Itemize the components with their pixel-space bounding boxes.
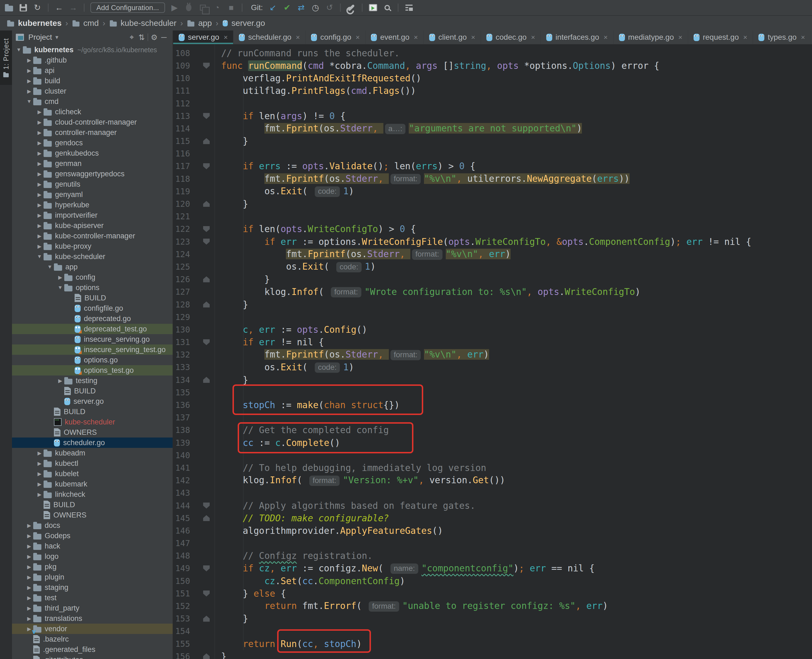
breadcrumb-item-cmd[interactable]: cmd: [72, 19, 99, 28]
fold-start-icon[interactable]: [203, 565, 210, 571]
tree-item-third_party[interactable]: ▶third_party: [12, 603, 173, 613]
collapse-arrow-icon[interactable]: ▼: [25, 98, 33, 104]
tree-item-configfile-go[interactable]: configfile.go: [12, 303, 173, 314]
code-line-115[interactable]: 115 }: [173, 135, 812, 147]
fold-start-icon[interactable]: [203, 163, 210, 169]
tree-item-kubectl[interactable]: ▶kubectl: [12, 458, 173, 468]
expand-arrow-icon[interactable]: ▶: [25, 57, 33, 63]
code-line-121[interactable]: 121: [173, 210, 812, 223]
expand-arrow-icon[interactable]: ▶: [25, 68, 33, 74]
expand-arrow-icon[interactable]: ▶: [56, 378, 64, 384]
tree-item--gitattributes[interactable]: .gitattributes: [12, 655, 173, 659]
tab-request-go[interactable]: request.go×: [688, 30, 753, 44]
hide-panel-icon[interactable]: ─: [159, 33, 169, 42]
tree-item-Godeps[interactable]: ▶Godeps: [12, 531, 173, 541]
code-line-156[interactable]: 156}: [173, 650, 812, 659]
stop-icon[interactable]: ■: [227, 3, 236, 12]
expand-arrow-icon[interactable]: ▶: [35, 171, 44, 177]
collapse-arrow-icon[interactable]: ▼: [46, 264, 54, 270]
fold-start-icon[interactable]: [203, 113, 210, 119]
tab-codec-go[interactable]: codec.go×: [481, 30, 541, 44]
tree-item-kubelet[interactable]: ▶kubelet: [12, 468, 173, 479]
collapse-arrow-icon[interactable]: ▼: [35, 254, 44, 260]
code-line-133[interactable]: 133 os.Exit( code:1): [173, 361, 812, 374]
tree-item-OWNERS[interactable]: OWNERS: [12, 510, 173, 520]
save-all-icon[interactable]: [19, 4, 28, 11]
debug-icon[interactable]: [184, 4, 193, 11]
fold-start-icon[interactable]: [203, 239, 210, 244]
close-icon[interactable]: ×: [224, 33, 227, 42]
expand-arrow-icon[interactable]: ▶: [25, 615, 33, 622]
structure-view-icon[interactable]: [404, 5, 414, 11]
open-folder-icon[interactable]: [4, 4, 14, 11]
close-icon[interactable]: ×: [414, 33, 418, 42]
code-line-125[interactable]: 125 os.Exit( code:1): [173, 260, 812, 273]
fold-start-icon[interactable]: [203, 503, 210, 509]
tree-item-deprecated-go[interactable]: deprecated.go: [12, 314, 173, 324]
close-icon[interactable]: ×: [801, 33, 805, 42]
tree-item-docs[interactable]: ▶docs: [12, 520, 173, 531]
expand-arrow-icon[interactable]: ▶: [25, 543, 33, 549]
tree-item-build[interactable]: ▶build: [12, 76, 173, 86]
tree-item-translations[interactable]: ▶translations: [12, 613, 173, 624]
code-line-144[interactable]: 144 // Apply algorithms based on feature…: [173, 499, 812, 512]
tab-scheduler-go[interactable]: scheduler.go×: [233, 30, 305, 44]
vcs-push-icon[interactable]: ⇄: [297, 3, 306, 12]
code-line-128[interactable]: 128 }: [173, 298, 812, 311]
code-line-114[interactable]: 114 fmt.Fprint(os.Stderr, a…:"arguments …: [173, 122, 812, 135]
code-line-124[interactable]: 124 fmt.Fprintf(os.Stderr, format:"%v\n"…: [173, 248, 812, 260]
code-line-137[interactable]: 137: [173, 411, 812, 424]
fold-end-icon[interactable]: [203, 616, 210, 622]
tree-item-genyaml[interactable]: ▶genyaml: [12, 189, 173, 200]
expand-arrow-icon[interactable]: ▶: [25, 522, 33, 529]
tab-interfaces-go[interactable]: interfaces.go×: [541, 30, 613, 44]
rollback-icon[interactable]: ↺: [325, 3, 334, 12]
tree-item-cmd[interactable]: ▼cmd: [12, 96, 173, 107]
fold-end-icon[interactable]: [203, 138, 210, 144]
code-line-149[interactable]: 149 if cz, err := configz.New( name:"com…: [173, 562, 812, 575]
tree-item-cloud-controller-manager[interactable]: ▶cloud-controller-manager: [12, 117, 173, 127]
tree-item-kube-apiserver[interactable]: ▶kube-apiserver: [12, 221, 173, 231]
tree-item-options-go[interactable]: options.go: [12, 355, 173, 365]
code-line-147[interactable]: 147: [173, 537, 812, 550]
tree-item-staging[interactable]: ▶staging: [12, 582, 173, 593]
tree-item-hyperkube[interactable]: ▶hyperkube: [12, 200, 173, 210]
settings-wrench-icon[interactable]: [347, 4, 356, 11]
tree-item-app[interactable]: ▼app: [12, 262, 173, 272]
collapse-all-icon[interactable]: ⇅: [137, 33, 147, 42]
code-line-122[interactable]: 122 if len(opts.WriteConfigTo) > 0 {: [173, 223, 812, 235]
code-line-148[interactable]: 148 // Configz registration.: [173, 550, 812, 562]
tree-item-options[interactable]: ▼options: [12, 282, 173, 293]
tree-item-BUILD[interactable]: BUILD: [12, 293, 173, 303]
tab-server-go[interactable]: server.go×: [173, 30, 233, 44]
code-line-145[interactable]: 145 // TODO: make configurable?: [173, 512, 812, 524]
code-line-134[interactable]: 134 }: [173, 374, 812, 386]
code-line-142[interactable]: 142 klog.Infof( format:"Version: %+v", v…: [173, 474, 812, 487]
expand-arrow-icon[interactable]: ▶: [35, 140, 44, 146]
tree-item-importverifier[interactable]: ▶importverifier: [12, 210, 173, 221]
code-line-120[interactable]: 120 }: [173, 197, 812, 210]
sync-icon[interactable]: ↻: [33, 3, 42, 12]
editor-code-area[interactable]: 107108// runCommand runs the scheduler.1…: [173, 44, 812, 659]
expand-arrow-icon[interactable]: ▶: [35, 450, 44, 456]
fold-end-icon[interactable]: [203, 377, 210, 383]
expand-arrow-icon[interactable]: ▶: [35, 192, 44, 198]
tree-item-kube-controller-manager[interactable]: ▶kube-controller-manager: [12, 231, 173, 241]
project-stripe-button[interactable]: 1: Project: [0, 30, 12, 85]
code-line-155[interactable]: 155 return Run(cc, stopCh): [173, 637, 812, 650]
collapse-arrow-icon[interactable]: ▼: [56, 285, 64, 291]
code-line-107[interactable]: 107: [173, 44, 812, 47]
code-line-110[interactable]: 110 verflag.PrintAndExitIfRequested(): [173, 72, 812, 85]
tree-item-kubemark[interactable]: ▶kubemark: [12, 479, 173, 489]
tree-item-kubeadm[interactable]: ▶kubeadm: [12, 448, 173, 458]
expand-arrow-icon[interactable]: ▶: [25, 585, 33, 591]
vcs-update-icon[interactable]: ↙: [268, 3, 278, 12]
tree-item-controller-manager[interactable]: ▶controller-manager: [12, 127, 173, 138]
tree-item-server-go[interactable]: server.go: [12, 396, 173, 407]
tree-item-logo[interactable]: ▶logo: [12, 551, 173, 561]
back-icon[interactable]: ←: [54, 3, 64, 12]
search-everywhere-icon[interactable]: [382, 5, 392, 10]
chevron-down-icon[interactable]: ▾: [55, 34, 58, 41]
code-line-153[interactable]: 153 }: [173, 612, 812, 625]
expand-arrow-icon[interactable]: ▶: [35, 491, 44, 498]
